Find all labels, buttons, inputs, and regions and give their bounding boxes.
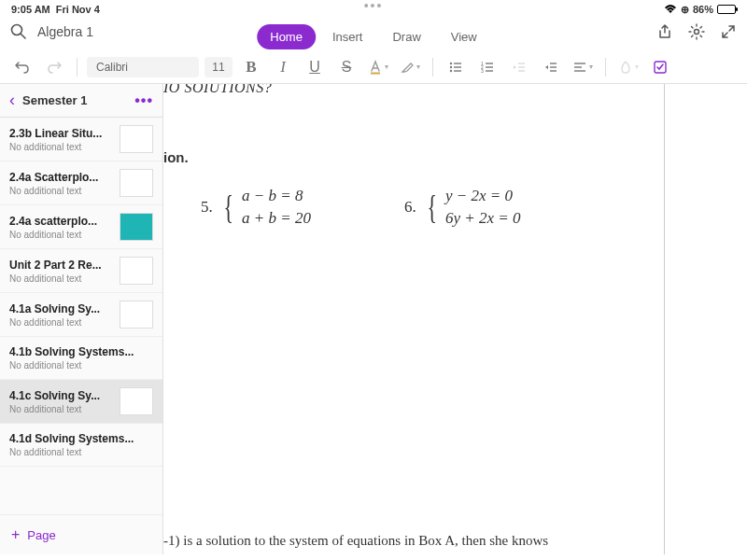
search-icon[interactable] [9,22,28,41]
page-item-subtitle: No additional text [9,142,114,152]
page-item[interactable]: 2.3b Linear Situ...No additional text [0,118,162,161]
back-button[interactable]: ‹ [9,91,15,110]
page-item[interactable]: 4.1c Solving Sy...No additional text [0,380,162,424]
page-item[interactable]: 4.1b Solving Systems...No additional tex… [0,337,162,380]
page-item-title: 4.1a Solving Sy... [9,302,114,315]
tab-view[interactable]: View [438,24,490,49]
underline-button[interactable]: U [302,54,328,80]
page-thumbnail [120,169,153,197]
checkbox-button[interactable] [647,54,673,80]
page-item-title: 2.4a scatterplo... [9,215,114,228]
tab-insert[interactable]: Insert [319,24,376,49]
equations-row: 5. { a − b = 8 a + b = 20 6. { y − 2x = … [201,187,521,228]
outdent-button[interactable] [506,54,532,80]
svg-point-6 [450,69,452,71]
italic-button[interactable]: I [270,54,296,80]
eq6-line2: 6y + 2x = 0 [445,209,521,228]
page-item-subtitle: No additional text [9,360,153,371]
page-item-title: Unit 2 Part 2 Re... [9,259,114,272]
note-canvas[interactable]: IO SOIUTIONS? ion. 5. { a − b = 8 a + b … [163,84,747,554]
pages-list[interactable]: 2.3b Linear Situ...No additional text2.4… [0,118,162,514]
fragment-ion: ion. [163,149,189,165]
eq5-line2: a + b = 20 [242,209,311,228]
eq5-line1: a − b = 8 [242,187,311,205]
add-page-button[interactable]: + Page [0,514,162,554]
page-item-title: 2.4a Scatterplo... [9,171,114,184]
eq5-number: 5. [201,198,213,217]
page-item-subtitle: No additional text [9,273,114,284]
pages-sidebar: ‹ Semester 1 ••• 2.3b Linear Situ...No a… [0,84,163,554]
page-item-title: 2.3b Linear Situ... [9,127,114,140]
page-item-subtitle: No additional text [9,186,114,196]
svg-rect-3 [371,72,380,74]
equation-6: 6. { y − 2x = 0 6y + 2x = 0 [404,187,521,228]
highlight-button[interactable]: ▾ [397,54,423,80]
grab-handle-icon[interactable]: ••• [0,0,747,13]
svg-point-5 [450,65,452,67]
page-thumbnail [120,387,153,415]
svg-point-4 [450,62,452,63]
share-icon[interactable] [655,22,674,41]
undo-button[interactable] [9,54,35,80]
fragment-bottom: -1) is a solution to the system of equat… [163,533,548,549]
align-button[interactable]: ▾ [570,54,596,80]
plus-icon: + [11,526,20,543]
page-item-subtitle: No additional text [9,317,114,328]
cut-text-top: IO SOIUTIONS? [163,84,272,96]
page-thumbnail [120,301,153,329]
status-time: 9:05 AM [11,4,50,15]
section-title[interactable]: Semester 1 [22,93,127,107]
page-item-title: 4.1b Solving Systems... [9,345,153,358]
brace-icon: { [427,194,436,221]
page-item-subtitle: No additional text [9,447,153,457]
document-page: IO SOIUTIONS? ion. 5. { a − b = 8 a + b … [163,84,665,554]
bullet-list-button[interactable] [443,54,469,80]
svg-text:3: 3 [481,68,484,74]
tab-home[interactable]: Home [257,24,316,49]
page-item-subtitle: No additional text [9,230,114,240]
brace-icon: { [223,194,233,221]
document-title[interactable]: Algebra 1 [37,24,93,39]
svg-line-1 [21,34,25,38]
app-header: Algebra 1 Home Insert Draw View [0,13,747,50]
equation-5: 5. { a − b = 8 a + b = 20 [201,187,311,228]
font-color-button[interactable]: ▾ [365,54,391,80]
svg-point-2 [695,30,699,35]
bold-button[interactable]: B [238,54,264,80]
page-thumbnail [120,213,153,241]
tab-draw[interactable]: Draw [379,24,433,49]
indent-button[interactable] [538,54,564,80]
page-item-title: 4.1c Solving Sy... [9,389,114,402]
page-thumbnail [120,257,153,285]
page-thumbnail [120,125,153,153]
divider [605,58,606,77]
page-item[interactable]: 4.1a Solving Sy...No additional text [0,293,162,337]
page-item[interactable]: 2.4a scatterplo...No additional text [0,205,162,249]
eq6-line1: y − 2x = 0 [445,187,521,205]
divider [432,58,433,77]
page-item[interactable]: Unit 2 Part 2 Re...No additional text [0,249,162,293]
status-date: Fri Nov 4 [56,4,100,15]
page-item-subtitle: No additional text [9,404,114,414]
page-item[interactable]: 2.4a Scatterplo...No additional text [0,161,162,205]
add-page-label: Page [27,528,55,542]
font-family-select[interactable]: Calibri [87,57,199,77]
formatting-toolbar: Calibri 11 B I U S ▾ ▾ 123 ▾ ▾ [0,50,747,84]
font-size-select[interactable]: 11 [204,57,233,77]
section-more-button[interactable]: ••• [134,92,153,109]
battery-icon [717,5,736,14]
numbered-list-button[interactable]: 123 [474,54,500,80]
strikethrough-button[interactable]: S [333,54,359,80]
wifi-icon [664,5,677,14]
expand-icon[interactable] [719,22,738,41]
eq6-number: 6. [404,198,416,217]
settings-icon[interactable] [687,22,706,41]
page-item-title: 4.1d Solving Systems... [9,432,153,445]
battery-pct: 86% [693,4,713,15]
redo-button[interactable] [41,54,67,80]
page-item[interactable]: 4.1d Solving Systems...No additional tex… [0,424,162,467]
ribbon-tabs: Home Insert Draw View [257,24,490,49]
styles-button[interactable]: ▾ [615,54,641,80]
orientation-lock-icon: ⊕ [681,4,689,16]
divider [77,58,78,77]
